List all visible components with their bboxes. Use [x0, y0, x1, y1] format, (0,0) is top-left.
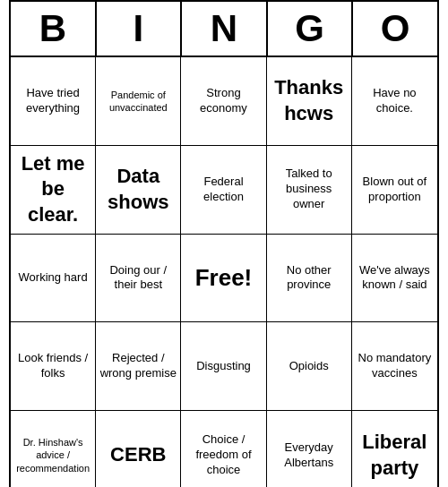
bingo-grid: Have tried everythingPandemic of unvacci…: [11, 57, 437, 487]
header-letter-b: B: [11, 2, 97, 56]
bingo-cell-21: CERB: [96, 411, 181, 487]
bingo-cell-18: Opioids: [267, 322, 352, 411]
bingo-cell-15: Look friends / folks: [11, 322, 96, 411]
bingo-cell-17: Disgusting: [181, 322, 266, 411]
bingo-cell-8: Talked to business owner: [267, 146, 352, 235]
bingo-card: BINGO Have tried everythingPandemic of u…: [9, 0, 439, 487]
bingo-cell-1: Pandemic of unvaccinated: [96, 57, 181, 146]
bingo-cell-12: Free!: [181, 235, 266, 323]
bingo-cell-19: No mandatory vaccines: [352, 322, 437, 411]
bingo-cell-24: Liberal party: [352, 411, 437, 487]
bingo-cell-5: Let me be clear.: [11, 146, 96, 235]
header-letter-i: I: [97, 2, 183, 56]
bingo-cell-2: Strong economy: [181, 57, 266, 146]
header-letter-o: O: [353, 2, 437, 56]
bingo-cell-16: Rejected / wrong premise: [96, 322, 181, 411]
bingo-cell-14: We've always known / said: [352, 235, 437, 323]
bingo-header: BINGO: [11, 2, 437, 57]
bingo-cell-13: No other province: [267, 235, 352, 323]
bingo-cell-9: Blown out of proportion: [352, 146, 437, 235]
bingo-cell-7: Federal election: [181, 146, 266, 235]
bingo-cell-11: Doing our / their best: [96, 235, 181, 323]
header-letter-n: N: [182, 2, 268, 56]
header-letter-g: G: [268, 2, 354, 56]
bingo-cell-3: Thanks hcws: [267, 57, 352, 146]
bingo-cell-10: Working hard: [11, 235, 96, 323]
bingo-cell-0: Have tried everything: [11, 57, 96, 146]
bingo-cell-23: Everyday Albertans: [267, 411, 352, 487]
bingo-cell-6: Data shows: [96, 146, 181, 235]
bingo-cell-4: Have no choice.: [352, 57, 437, 146]
bingo-cell-20: Dr. Hinshaw's advice / recommendation: [11, 411, 96, 487]
bingo-cell-22: Choice / freedom of choice: [181, 411, 266, 487]
